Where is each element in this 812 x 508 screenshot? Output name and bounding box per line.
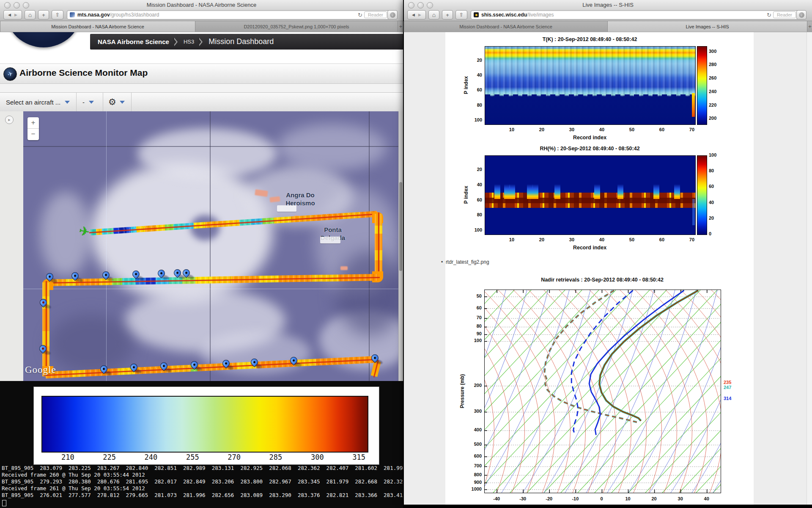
tab-live-images[interactable]: Live Images -- S-HIS [607, 21, 807, 32]
skewt-path [502, 290, 590, 493]
pindot [74, 274, 76, 277]
tab-mission-dashboard[interactable]: Mission Dashboard - NASA Airborne Scienc… [0, 21, 195, 32]
colorbar-tick-label: 270 [224, 453, 244, 461]
forward-icon[interactable]: ▶ [14, 13, 17, 17]
colorbar-tick-label: 300 [709, 49, 722, 54]
reader-button[interactable]: Reader [364, 11, 387, 18]
zoom-out-button[interactable]: − [27, 129, 39, 140]
title-bar[interactable]: Live Images -- S-HIS [404, 0, 812, 9]
y-tick-label: 40 [469, 182, 482, 187]
title-bar[interactable]: Mission Dashboard - NASA Airborne Scienc… [0, 0, 403, 9]
airborne-science-icon: ✈ [3, 67, 17, 81]
colorbar-tick-label: 225 [99, 453, 120, 461]
live-images-page: T(K) : 20-Sep-2012 08:49:40 - 08:50:42P … [404, 32, 812, 505]
expand-panel-button[interactable]: ▸ [5, 116, 14, 124]
share-button[interactable]: ⇧ [52, 10, 63, 19]
pindot [193, 363, 195, 366]
share-button[interactable]: ⇧ [455, 10, 467, 19]
tab-pskewt-image[interactable]: D20120920_035752_Pskewt.png 1,000×700 pi… [195, 21, 398, 32]
back-icon[interactable]: ◀ [412, 13, 415, 17]
skewt-path [681, 290, 721, 493]
back-forward-buttons[interactable]: ◀ ▶ [407, 10, 426, 19]
layer-select[interactable]: - [77, 93, 103, 111]
rh-spike [554, 184, 560, 199]
pindot [185, 271, 187, 274]
zoom-in-button[interactable]: + [27, 117, 39, 128]
terminal-line: BT_895_905 283.079 283.225 283.267 282.8… [2, 465, 403, 472]
address-bar[interactable]: mts.nasa.gov /group/hs3/dashboard ↻ Read… [67, 10, 390, 19]
colorbar-tick-label: 210 [58, 453, 78, 461]
y-tick-label: 50 [469, 293, 482, 298]
x-tick-label: 0 [595, 496, 607, 501]
x-tick-label: 50 [626, 127, 638, 132]
browser-chrome: Mission Dashboard - NASA Airborne Scienc… [0, 0, 403, 21]
page-scrollbar[interactable] [398, 111, 403, 381]
window-title: Live Images -- S-HIS [404, 2, 812, 8]
colorbar-tick-label: 60 [709, 184, 722, 189]
pindot [41, 347, 44, 350]
refresh-icon[interactable]: ↻ [767, 12, 771, 18]
home-button[interactable]: ⌂ [25, 10, 36, 19]
colorbar-tick-label: 40 [709, 200, 722, 205]
chevron-down-icon [65, 101, 70, 104]
rh-spike [594, 184, 600, 199]
chevron-right-icon [174, 34, 178, 50]
colorbar-panel: 210225240255270285300315 [33, 387, 379, 465]
colorbar-tick-label: 255 [182, 453, 203, 461]
back-icon[interactable]: ◀ [8, 13, 11, 17]
downloads-button[interactable]: ↓ [796, 10, 807, 19]
terminal-line: BT_895_905 279.293 280.380 280.676 281.6… [2, 478, 403, 485]
downloads-button[interactable]: ↓ [387, 10, 398, 19]
x-tick-label: 60 [656, 237, 668, 242]
page-title: Airborne Science Monitor Map [19, 68, 148, 78]
tab-bar: Mission Dashboard - NASA Airborne Scienc… [0, 21, 403, 33]
home-button[interactable]: ⌂ [428, 10, 439, 19]
reader-button[interactable]: Reader [773, 11, 796, 18]
pindot [134, 273, 137, 275]
x-tick-label: 60 [656, 127, 668, 132]
url-path: /group/hs3/dashboard [110, 12, 159, 18]
skewt-path [485, 290, 633, 493]
address-bar[interactable]: shis.ssec.wisc.edu /live/images ↻ Reader [471, 10, 799, 19]
aircraft-select-label: Select an aircraft ... [6, 99, 60, 106]
terminal-line: Received frame 260 @ Thu Sep 20 03:55:44… [2, 472, 403, 478]
colorbar-tick-label: 200 [709, 116, 722, 121]
new-tab-button[interactable]: + [398, 21, 403, 32]
tab-mission-dashboard[interactable]: Mission Dashboard - NASA Airborne Scienc… [404, 21, 608, 32]
skewt-path [485, 290, 540, 493]
page-scrollbar[interactable] [807, 32, 812, 505]
x-tick-label: 20 [536, 237, 548, 242]
scrollbar-thumb[interactable] [399, 182, 402, 271]
y-tick-label: 200 [469, 383, 482, 388]
breadcrumb-hs3[interactable]: HS3 [184, 39, 194, 45]
y-tick-label: 20 [469, 167, 482, 172]
chevron-down-icon [120, 101, 125, 104]
google-map[interactable]: ✈ Angra DoHeroismo PontaDelgada + − Goog… [23, 111, 399, 381]
figure-heatmaps: T(K) : 20-Sep-2012 08:49:40 - 08:50:42P … [445, 32, 754, 286]
breadcrumb-nasa-airborne-science[interactable]: NASA Airborne Science [98, 38, 169, 45]
new-window-button[interactable]: + [38, 10, 49, 19]
site-favicon [70, 12, 75, 17]
y-tick-label: 70 [469, 315, 482, 320]
x-tick-label: 10 [506, 127, 518, 132]
back-forward-buttons[interactable]: ◀ ▶ [3, 10, 22, 19]
pindot [253, 361, 255, 363]
skewt-path [645, 290, 721, 493]
y-tick-label: 40 [469, 72, 482, 77]
skewt-path [679, 290, 721, 493]
settings-menu[interactable]: ⚙ [103, 93, 132, 111]
aircraft-select[interactable]: Select an aircraft ... [0, 93, 77, 111]
rh-spike [532, 184, 538, 199]
refresh-icon[interactable]: ↻ [358, 12, 362, 18]
forward-icon[interactable]: ▶ [418, 13, 421, 17]
x-tick-label: -10 [569, 496, 581, 501]
pindot [225, 362, 227, 364]
colorbar-tick-label: 20 [709, 215, 722, 221]
map-toolbar: Select an aircraft ... - ⚙ [0, 92, 403, 112]
new-window-button[interactable]: + [442, 10, 453, 19]
y-tick-label: 90 [469, 331, 482, 336]
x-axis-label: Record index [573, 245, 606, 251]
y-tick-label: 700 [469, 463, 482, 468]
x-tick-label: 40 [596, 237, 608, 242]
new-tab-button[interactable]: + [807, 21, 812, 32]
